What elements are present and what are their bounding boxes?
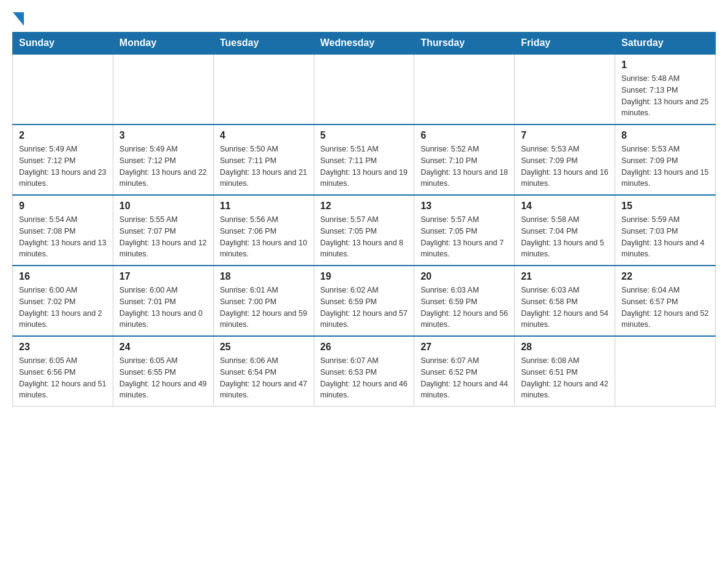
calendar-cell: 2Sunrise: 5:49 AMSunset: 7:12 PMDaylight… (13, 124, 113, 195)
day-info-line: Sunrise: 5:49 AM (119, 145, 178, 153)
day-info-line: Sunrise: 6:00 AM (19, 286, 77, 294)
day-info: Sunrise: 5:54 AMSunset: 7:08 PMDaylight:… (19, 214, 107, 260)
day-info-line: Sunrise: 6:07 AM (420, 356, 479, 365)
calendar-cell: 23Sunrise: 6:05 AMSunset: 6:56 PMDayligh… (13, 336, 113, 407)
day-info-line: Sunset: 6:59 PM (420, 297, 477, 306)
day-number: 11 (220, 201, 308, 212)
day-info-line: Sunrise: 6:04 AM (621, 286, 680, 294)
day-info-line: Sunrise: 6:07 AM (320, 356, 379, 365)
calendar-header-tuesday: Tuesday (213, 33, 314, 55)
day-info-line: Sunset: 7:02 PM (19, 297, 75, 306)
day-info: Sunrise: 5:57 AMSunset: 7:05 PMDaylight:… (420, 214, 508, 260)
calendar-table: SundayMondayTuesdayWednesdayThursdayFrid… (12, 32, 716, 407)
day-info-line: Sunrise: 5:49 AM (19, 145, 77, 153)
day-info-line: Sunrise: 5:48 AM (621, 74, 680, 83)
day-info-line: Daylight: 13 hours and 4 minutes. (621, 239, 705, 259)
calendar-cell: 8Sunrise: 5:53 AMSunset: 7:09 PMDaylight… (615, 124, 716, 195)
day-info: Sunrise: 6:01 AMSunset: 7:00 PMDaylight:… (220, 285, 308, 331)
day-info-line: Sunset: 7:07 PM (119, 227, 176, 236)
day-info: Sunrise: 6:07 AMSunset: 6:53 PMDaylight:… (320, 355, 408, 401)
calendar-cell: 27Sunrise: 6:07 AMSunset: 6:52 PMDayligh… (414, 336, 515, 407)
calendar-week-5: 23Sunrise: 6:05 AMSunset: 6:56 PMDayligh… (13, 336, 716, 407)
day-info-line: Daylight: 13 hours and 25 minutes. (621, 98, 708, 118)
day-info-line: Daylight: 13 hours and 23 minutes. (19, 168, 106, 188)
day-info: Sunrise: 6:08 AMSunset: 6:51 PMDaylight:… (521, 355, 609, 401)
day-info-line: Daylight: 13 hours and 0 minutes. (119, 309, 203, 329)
calendar-cell: 1Sunrise: 5:48 AMSunset: 7:13 PMDaylight… (615, 54, 716, 124)
day-info: Sunrise: 6:00 AMSunset: 7:01 PMDaylight:… (119, 285, 207, 331)
day-info-line: Sunset: 7:09 PM (621, 156, 678, 165)
page-header (12, 12, 716, 26)
day-info-line: Daylight: 12 hours and 56 minutes. (420, 309, 507, 329)
day-info: Sunrise: 5:48 AMSunset: 7:13 PMDaylight:… (621, 73, 709, 119)
day-info-line: Daylight: 13 hours and 10 minutes. (220, 239, 307, 259)
day-number: 6 (420, 130, 508, 141)
day-info-line: Daylight: 13 hours and 5 minutes. (521, 239, 604, 259)
logo (12, 12, 25, 26)
day-info-line: Daylight: 13 hours and 21 minutes. (220, 168, 307, 188)
day-info-line: Sunset: 6:57 PM (621, 297, 678, 306)
calendar-cell: 13Sunrise: 5:57 AMSunset: 7:05 PMDayligh… (414, 195, 515, 266)
day-number: 4 (220, 130, 308, 141)
day-info: Sunrise: 5:53 AMSunset: 7:09 PMDaylight:… (621, 144, 709, 190)
day-number: 25 (220, 342, 308, 353)
day-info-line: Sunrise: 6:00 AM (119, 286, 178, 294)
day-info-line: Daylight: 12 hours and 54 minutes. (521, 309, 608, 329)
day-info-line: Sunrise: 6:03 AM (420, 286, 479, 294)
day-info-line: Sunset: 6:54 PM (220, 368, 276, 377)
calendar-cell: 15Sunrise: 5:59 AMSunset: 7:03 PMDayligh… (615, 195, 716, 266)
day-info: Sunrise: 6:00 AMSunset: 7:02 PMDaylight:… (19, 285, 107, 331)
day-info: Sunrise: 5:58 AMSunset: 7:04 PMDaylight:… (521, 214, 609, 260)
calendar-cell: 14Sunrise: 5:58 AMSunset: 7:04 PMDayligh… (515, 195, 615, 266)
calendar-cell: 28Sunrise: 6:08 AMSunset: 6:51 PMDayligh… (515, 336, 615, 407)
day-number: 23 (19, 342, 107, 353)
day-info-line: Sunrise: 5:52 AM (420, 145, 479, 153)
day-info-line: Sunset: 7:04 PM (521, 227, 577, 236)
day-number: 12 (320, 201, 408, 212)
day-info-line: Sunset: 7:11 PM (320, 156, 377, 165)
day-number: 16 (19, 271, 107, 282)
day-info: Sunrise: 5:55 AMSunset: 7:07 PMDaylight:… (119, 214, 207, 260)
calendar-cell: 5Sunrise: 5:51 AMSunset: 7:11 PMDaylight… (314, 124, 414, 195)
day-number: 18 (220, 271, 308, 282)
day-info-line: Daylight: 12 hours and 47 minutes. (220, 380, 307, 400)
day-info-line: Sunrise: 6:05 AM (19, 356, 77, 365)
day-info-line: Sunrise: 5:51 AM (320, 145, 379, 153)
day-number: 14 (521, 201, 609, 212)
day-info-line: Sunset: 7:03 PM (621, 227, 678, 236)
day-info-line: Sunrise: 5:53 AM (521, 145, 579, 153)
day-info: Sunrise: 5:57 AMSunset: 7:05 PMDaylight:… (320, 214, 408, 260)
calendar-cell (113, 54, 213, 124)
day-info-line: Sunset: 6:58 PM (521, 297, 577, 306)
calendar-cell: 26Sunrise: 6:07 AMSunset: 6:53 PMDayligh… (314, 336, 414, 407)
day-info-line: Sunrise: 6:08 AM (521, 356, 579, 365)
calendar-week-4: 16Sunrise: 6:00 AMSunset: 7:02 PMDayligh… (13, 266, 716, 336)
day-info-line: Sunrise: 5:54 AM (19, 215, 77, 224)
day-number: 21 (521, 271, 609, 282)
svg-marker-0 (13, 12, 24, 26)
day-info-line: Sunset: 7:12 PM (119, 156, 176, 165)
day-info: Sunrise: 5:50 AMSunset: 7:11 PMDaylight:… (220, 144, 308, 190)
day-info-line: Sunset: 6:59 PM (320, 297, 377, 306)
day-info: Sunrise: 5:49 AMSunset: 7:12 PMDaylight:… (119, 144, 207, 190)
calendar-cell (414, 54, 515, 124)
day-info-line: Sunset: 7:11 PM (220, 156, 276, 165)
day-number: 5 (320, 130, 408, 141)
day-info: Sunrise: 6:04 AMSunset: 6:57 PMDaylight:… (621, 285, 709, 331)
day-info-line: Sunrise: 5:50 AM (220, 145, 278, 153)
calendar-header-friday: Friday (515, 33, 615, 55)
day-info-line: Sunrise: 5:59 AM (621, 215, 680, 224)
day-info-line: Daylight: 13 hours and 8 minutes. (320, 239, 404, 259)
calendar-header-sunday: Sunday (13, 33, 113, 55)
day-info-line: Sunrise: 5:55 AM (119, 215, 178, 224)
calendar-header-monday: Monday (113, 33, 213, 55)
calendar-cell: 16Sunrise: 6:00 AMSunset: 7:02 PMDayligh… (13, 266, 113, 336)
day-info-line: Sunset: 7:05 PM (420, 227, 477, 236)
day-info: Sunrise: 5:56 AMSunset: 7:06 PMDaylight:… (220, 214, 308, 260)
day-number: 22 (621, 271, 709, 282)
day-info-line: Sunset: 7:13 PM (621, 86, 678, 94)
day-info-line: Daylight: 13 hours and 18 minutes. (420, 168, 507, 188)
day-info: Sunrise: 5:53 AMSunset: 7:09 PMDaylight:… (521, 144, 609, 190)
day-info-line: Sunrise: 6:06 AM (220, 356, 278, 365)
calendar-cell: 19Sunrise: 6:02 AMSunset: 6:59 PMDayligh… (314, 266, 414, 336)
